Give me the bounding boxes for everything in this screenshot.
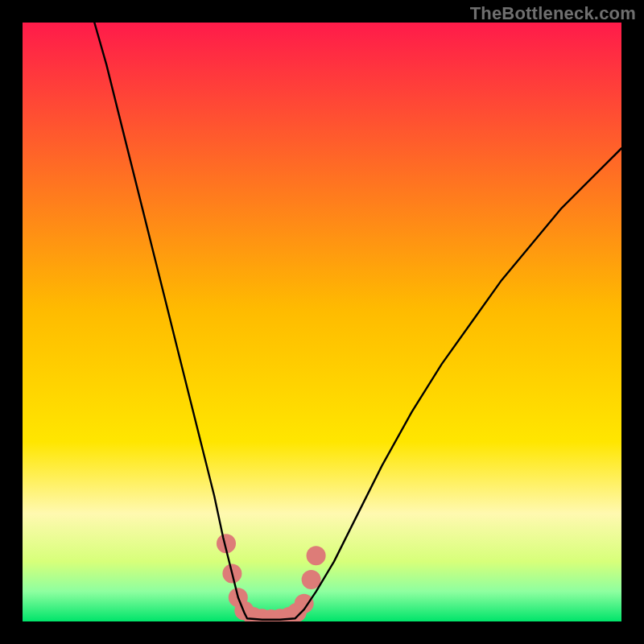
- chart-svg: [23, 23, 621, 621]
- plot-area: [23, 23, 621, 621]
- highlight-marker: [302, 570, 321, 589]
- chart-frame: TheBottleneck.com: [0, 0, 644, 644]
- gradient-background: [23, 23, 621, 621]
- highlight-marker: [307, 546, 326, 565]
- watermark-text: TheBottleneck.com: [470, 3, 636, 24]
